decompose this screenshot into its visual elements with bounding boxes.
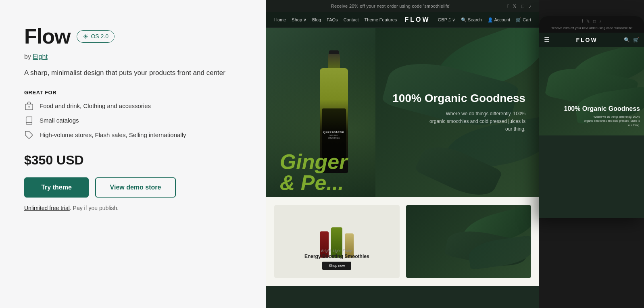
mobile-hero-heading: 100% Organic Goodness [564,105,640,112]
theme-description: A sharp, minimalist design that puts you… [24,68,242,78]
facebook-icon: f [507,3,509,9]
nav-search[interactable]: 🔍 Search [461,17,482,23]
shop-now-button[interactable]: Shop now [322,262,351,270]
trial-suffix: . Pay if you publish. [70,205,119,211]
trial-info: Unlimited free trial. Pay if you publish… [24,205,242,211]
sun-icon: ☀ [83,33,88,40]
preview-container: Receive 20% off your next order using co… [266,0,644,308]
by-prefix: by [24,53,31,60]
hero-section: Queenstown ORGANIC SMOOTHIES Ginger& Pe.… [266,28,539,197]
right-panel: Receive 20% off your next order using co… [266,0,644,308]
view-demo-button[interactable]: View demo store [95,177,176,198]
products-section: Bright. Light. Fruity. Energy Boosting S… [266,197,539,286]
nav-home[interactable]: Home [274,17,286,23]
nav-currency[interactable]: GBP £ ∨ [438,17,455,23]
mobile-hero-subtext: Where we do things differently. 100% org… [584,115,640,128]
mobile-instagram-icon: ◻ [593,19,596,24]
hero-subtext: Where we do things differently. 100% org… [429,110,525,133]
bottle-neck [328,54,340,70]
product-name: Energy Boosting Smoothies [274,254,400,259]
feature-item-3: High-volume stores, Flash sales, Selling… [24,130,242,140]
mobile-hero-text: 100% Organic Goodness Where we do things… [564,105,640,128]
mobile-announcement-text: Receive 20% off your next order using co… [550,26,632,30]
product-card-1: Bright. Light. Fruity. Energy Boosting S… [274,205,400,278]
hero-heading: 100% Organic Goodness [392,92,525,105]
mobile-menu-icon[interactable]: ☰ [544,36,550,44]
instagram-icon: ◻ [521,3,525,9]
hero-text-box: 100% Organic Goodness Where we do things… [392,92,525,133]
tiktok-icon: ♪ [529,3,531,9]
announcement-icons: f 𝕏 ◻ ♪ [507,3,531,9]
author-link[interactable]: Eight [33,53,47,60]
desktop-logo: FLOW [403,16,431,23]
mobile-nav: ☰ FLOW 🔍 🛒 [539,33,644,47]
nav-features[interactable]: Theme Features [365,17,397,23]
product-card-text: Bright. Light. Fruity. Energy Boosting S… [274,249,400,270]
os-badge-label: OS 2.0 [91,33,108,40]
button-row: Try theme View demo store [24,177,242,198]
book-icon [24,116,34,125]
mobile-hero: 100% Organic Goodness Where we do things… [539,47,644,135]
feature-text-2: Small catalogs [40,117,79,124]
os-badge: ☀ OS 2.0 [77,30,115,43]
left-panel: Flow ☀ OS 2.0 by Eight A sharp, minimali… [0,0,266,308]
mobile-cart-icon[interactable]: 🛒 [633,37,639,43]
mobile-social-icons: f 𝕏 ◻ ♪ [543,19,640,24]
announcement-text: Receive 20% off your next order using co… [274,4,507,8]
mobile-logo: FLOW [576,37,597,43]
nav-faqs[interactable]: FAQs [327,17,338,23]
announcement-bar: Receive 20% off your next order using co… [266,0,539,12]
desktop-nav: Home Shop ∨ Blog FAQs Contact Theme Feat… [266,12,539,28]
great-for-label: GREAT FOR [24,89,242,96]
try-theme-button[interactable]: Try theme [24,177,89,198]
title-row: Flow ☀ OS 2.0 [24,24,242,48]
store-icon [24,101,34,111]
feature-item-1: Food and drink, Clothing and accessories [24,101,242,111]
mobile-twitter-icon: 𝕏 [586,19,590,24]
feature-text-3: High-volume stores, Flash sales, Selling… [40,131,186,138]
nav-cart[interactable]: 🛒 Cart [516,17,531,23]
nav-links: Home Shop ∨ Blog FAQs Contact Theme Feat… [274,17,397,23]
tag-icon [24,130,34,140]
twitter-icon: 𝕏 [513,3,517,9]
mobile-facebook-icon: f [582,19,583,24]
desktop-preview: Receive 20% off your next order using co… [266,0,539,308]
nav-blog[interactable]: Blog [312,17,321,23]
hero-product-text: Ginger& Pe... [280,151,348,193]
mobile-announcement: f 𝕏 ◻ ♪ Receive 20% off your next order … [539,16,644,33]
feature-text-1: Food and drink, Clothing and accessories [40,102,151,109]
nav-actions: GBP £ ∨ 🔍 Search 👤 Account 🛒 Cart [438,17,531,23]
nav-account[interactable]: 👤 Account [488,17,510,23]
mobile-tiktok-icon: ♪ [599,19,601,24]
feature-list: Food and drink, Clothing and accessories… [24,101,242,140]
product-subtitle: Bright. Light. Fruity. [274,249,400,253]
trial-link[interactable]: Unlimited free trial [24,205,70,211]
theme-price: $350 USD [24,153,242,168]
feature-item-2: Small catalogs [24,116,242,125]
by-line: by Eight [24,53,242,60]
product-card-2 [406,205,531,278]
mobile-screen: f 𝕏 ◻ ♪ Receive 20% off your next order … [539,16,644,218]
mobile-preview: f 𝕏 ◻ ♪ Receive 20% off your next order … [539,16,644,218]
mobile-search-icon[interactable]: 🔍 [624,37,630,43]
nav-contact[interactable]: Contact [344,17,359,23]
mobile-nav-icons: 🔍 🛒 [624,37,639,43]
nav-shop[interactable]: Shop ∨ [292,17,306,23]
theme-title: Flow [24,24,70,48]
